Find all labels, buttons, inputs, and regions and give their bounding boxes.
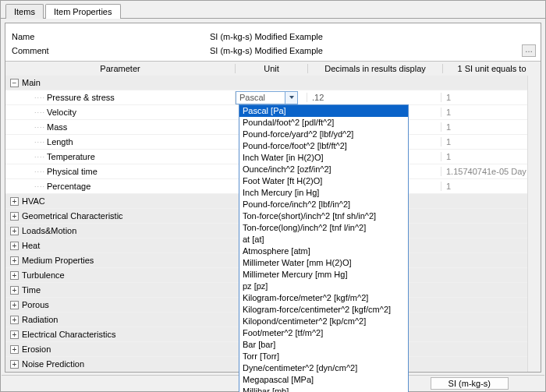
unit-combobox-button[interactable] bbox=[285, 92, 297, 104]
group-main[interactable]: −Main bbox=[5, 76, 541, 90]
si-equals-cell: 1 bbox=[441, 137, 541, 147]
collapse-icon[interactable]: − bbox=[10, 79, 19, 87]
si-equals-cell: 1 bbox=[441, 93, 541, 102]
dropdown-option[interactable]: Millibar [mb] bbox=[239, 386, 408, 392]
comment-value: SI (m-kg-s) Modified Example bbox=[210, 46, 522, 55]
name-label: Name bbox=[12, 32, 210, 41]
dropdown-option[interactable]: Atmosphere [atm] bbox=[239, 245, 408, 257]
group-label: Geometrical Characteristic bbox=[22, 211, 123, 221]
expand-icon[interactable]: + bbox=[10, 212, 19, 221]
dropdown-option[interactable]: Kilogram-force/meter^2 [kgf/m^2] bbox=[239, 292, 408, 304]
unit-combobox[interactable]: Pascal bbox=[236, 91, 298, 104]
si-equals-cell: 1 bbox=[441, 182, 541, 191]
param-name: Percentage bbox=[47, 182, 90, 191]
dropdown-option[interactable]: Pound-force/inch^2 [lbf/in^2] bbox=[239, 199, 408, 210]
dropdown-option[interactable]: Ton-force(short)/inch^2 [tnf sh/in^2] bbox=[239, 210, 408, 222]
dropdown-option[interactable]: pz [pz] bbox=[239, 281, 408, 292]
param-name: Mass bbox=[47, 122, 67, 132]
expand-icon[interactable]: + bbox=[10, 242, 19, 250]
unit-combobox-value: Pascal bbox=[236, 93, 285, 102]
group-label: Porous bbox=[22, 300, 49, 309]
group-label: Time bbox=[22, 285, 41, 295]
tree-connector-icon: ···· bbox=[34, 168, 45, 175]
tab-item-properties[interactable]: Item Properties bbox=[45, 4, 121, 19]
dropdown-option[interactable]: Millimeter Water [mm H(2)O] bbox=[239, 257, 408, 269]
tree-connector-icon: ···· bbox=[34, 182, 45, 190]
expand-icon[interactable]: + bbox=[10, 227, 19, 235]
param-row[interactable]: ····Pressure & stressPascal.121 bbox=[5, 90, 541, 105]
expand-icon[interactable]: + bbox=[10, 197, 19, 206]
dropdown-option[interactable]: Foot Water [ft H(2)O] bbox=[239, 175, 408, 187]
group-label: Medium Properties bbox=[22, 256, 94, 265]
si-equals-cell: 1 bbox=[441, 122, 541, 132]
name-value: SI (m-kg-s) Modified Example bbox=[210, 32, 537, 41]
unit-dropdown-list[interactable]: Pascal [Pa]Poundal/foot^2 [pdl/ft^2]Poun… bbox=[239, 104, 409, 392]
dropdown-option[interactable]: Inch Mercury [in Hg] bbox=[239, 187, 408, 199]
dropdown-option[interactable]: Millimeter Mercury [mm Hg] bbox=[239, 269, 408, 281]
tab-items[interactable]: Items bbox=[5, 4, 44, 19]
col-decimals[interactable]: Decimals in results display bbox=[307, 64, 442, 73]
dropdown-option[interactable]: Dyne/centimeter^2 [dyn/cm^2] bbox=[239, 362, 408, 374]
param-name: Temperature bbox=[47, 152, 95, 161]
param-name: Physical time bbox=[47, 167, 98, 176]
dropdown-option[interactable]: Kilopond/centimeter^2 [kp/cm^2] bbox=[239, 316, 408, 327]
dropdown-option[interactable]: Ton-force(long)/inch^2 [tnf l/in^2] bbox=[239, 222, 408, 234]
dropdown-option[interactable]: Pascal [Pa] bbox=[239, 105, 408, 117]
expand-icon[interactable]: + bbox=[10, 286, 19, 295]
tree-connector-icon: ···· bbox=[34, 123, 45, 131]
expand-icon[interactable]: + bbox=[10, 256, 19, 265]
param-name: Velocity bbox=[47, 108, 76, 117]
si-equals-cell: 1 bbox=[441, 108, 541, 117]
tree-connector-icon: ···· bbox=[34, 108, 45, 116]
expand-icon[interactable]: + bbox=[10, 271, 19, 280]
col-parameter[interactable]: Parameter bbox=[5, 64, 235, 73]
comment-label: Comment bbox=[12, 46, 210, 55]
tree-connector-icon: ···· bbox=[34, 153, 45, 161]
expand-icon[interactable]: + bbox=[10, 330, 19, 339]
chevron-down-icon bbox=[289, 96, 294, 99]
decimals-cell[interactable]: .12 bbox=[307, 93, 441, 102]
group-label: Main bbox=[22, 78, 41, 87]
group-label: Heat bbox=[22, 241, 40, 250]
vertical-scrollbar[interactable] bbox=[527, 76, 541, 372]
expand-icon[interactable]: + bbox=[10, 360, 19, 369]
group-label: HVAC bbox=[22, 196, 45, 206]
dropdown-option[interactable]: Inch Water [in H(2)O] bbox=[239, 152, 408, 164]
param-name: Length bbox=[47, 137, 73, 147]
dropdown-option[interactable]: Pound-force/foot^2 [lbf/ft^2] bbox=[239, 140, 408, 152]
expand-icon[interactable]: + bbox=[10, 345, 19, 354]
window: Items Item Properties Name SI (m-kg-s) M… bbox=[0, 0, 546, 392]
dropdown-option[interactable]: Foot/meter^2 [tf/m^2] bbox=[239, 327, 408, 339]
group-label: Noise Prediction bbox=[22, 359, 84, 369]
expand-icon[interactable]: + bbox=[10, 316, 19, 324]
dropdown-option[interactable]: Pound-force/yard^2 [lbf/yd^2] bbox=[239, 129, 408, 140]
tree-connector-icon: ···· bbox=[34, 94, 45, 101]
dropdown-option[interactable]: Ounce/inch^2 [ozf/in^2] bbox=[239, 164, 408, 175]
col-unit[interactable]: Unit bbox=[235, 64, 307, 73]
tab-strip: Items Item Properties bbox=[1, 1, 545, 19]
si-equals-cell: 1.15740741e-05 Day bbox=[441, 167, 541, 176]
col-si-equals[interactable]: 1 SI unit equals to bbox=[442, 64, 541, 73]
expand-icon[interactable]: + bbox=[10, 301, 19, 309]
group-label: Electrical Characteristics bbox=[22, 330, 115, 339]
dropdown-option[interactable]: Bar [bar] bbox=[239, 339, 408, 351]
status-unit-system[interactable]: SI (m-kg-s) bbox=[431, 377, 509, 390]
page-body: Name SI (m-kg-s) Modified Example Commen… bbox=[5, 23, 541, 373]
comment-ellipsis-button[interactable]: … bbox=[522, 44, 536, 57]
dropdown-option[interactable]: at [at] bbox=[239, 234, 408, 245]
dropdown-option[interactable]: Poundal/foot^2 [pdl/ft^2] bbox=[239, 117, 408, 129]
si-equals-cell: 1 bbox=[441, 152, 541, 161]
dropdown-option[interactable]: Kilogram-force/centimeter^2 [kgf/cm^2] bbox=[239, 304, 408, 316]
tree-connector-icon: ···· bbox=[34, 138, 45, 146]
group-label: Turbulence bbox=[22, 270, 65, 280]
group-label: Loads&Motion bbox=[22, 226, 76, 235]
dropdown-option[interactable]: Megapascal [MPa] bbox=[239, 374, 408, 386]
dropdown-option[interactable]: Torr [Torr] bbox=[239, 351, 408, 362]
param-name: Pressure & stress bbox=[47, 93, 115, 102]
group-label: Radiation bbox=[22, 315, 58, 324]
info-block: Name SI (m-kg-s) Modified Example Commen… bbox=[5, 23, 541, 62]
group-label: Erosion bbox=[22, 344, 51, 354]
grid-header: Parameter Unit Decimals in results displ… bbox=[5, 62, 541, 76]
